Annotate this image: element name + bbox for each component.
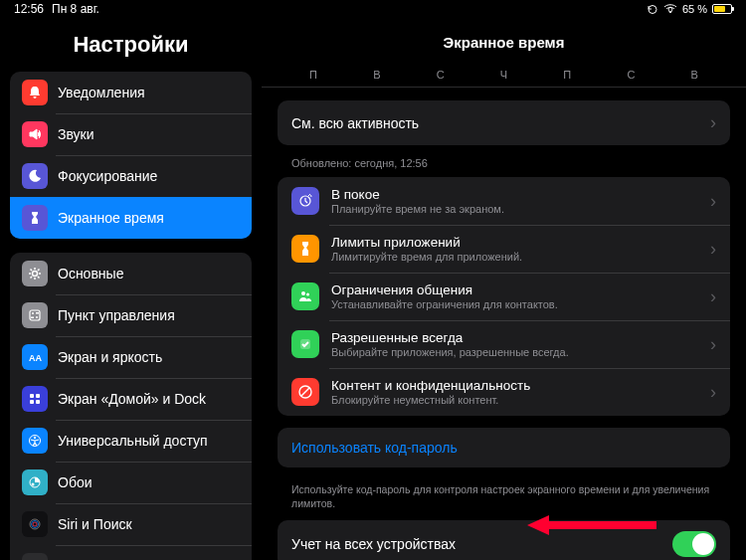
chevron-right-icon: › — [710, 382, 716, 403]
sidebar-item-label: Обои — [58, 474, 240, 490]
sidebar-item-label: Экранное время — [58, 210, 240, 226]
sidebar-item-wallpaper[interactable]: Обои — [10, 462, 252, 503]
notifications-icon — [22, 80, 48, 105]
screentime-icon — [22, 205, 48, 231]
sidebar-item-label: Экран «Домой» и Dock — [58, 391, 240, 407]
updated-text: Обновлено: сегодня, 12:56 — [262, 157, 746, 177]
svg-point-24 — [301, 291, 305, 295]
day-header: П В С Ч П С В — [262, 61, 746, 87]
content-title: Экранное время — [262, 18, 746, 61]
detail-subtitle: Блокируйте неуместный контент. — [331, 394, 710, 406]
svg-rect-11 — [30, 400, 34, 404]
sidebar-title: Настройки — [10, 18, 252, 72]
activity-label: См. всю активность — [291, 115, 419, 131]
battery-text: 65 % — [682, 3, 707, 15]
detail-subtitle: Планируйте время не за экраном. — [331, 203, 710, 215]
svg-point-14 — [34, 437, 36, 439]
pencil-icon — [22, 553, 48, 560]
detail-title: Разрешенные всегда — [331, 330, 710, 345]
display-icon: AA — [22, 344, 48, 370]
day-label: В — [691, 69, 698, 81]
sidebar-item-homescreen[interactable]: Экран «Домой» и Dock — [10, 378, 252, 420]
general-icon — [22, 261, 48, 286]
see-all-activity-row[interactable]: См. всю активность › — [278, 100, 730, 145]
status-date: Пн 8 авг. — [52, 2, 99, 16]
sidebar-item-screentime[interactable]: Экранное время — [10, 197, 252, 239]
orientation-lock-icon — [647, 4, 658, 15]
battery-icon — [712, 4, 732, 14]
sidebar-item-display[interactable]: AA Экран и яркость — [10, 336, 252, 378]
downtime-icon — [291, 187, 319, 215]
day-label: С — [627, 69, 635, 81]
day-label: В — [373, 69, 380, 81]
sidebar-item-label: Siri и Поиск — [58, 516, 240, 532]
sidebar-item-focus[interactable]: Фокусирование — [10, 155, 252, 197]
sidebar-item-label: Основные — [58, 266, 240, 281]
sidebar-item-pencil[interactable]: Apple Pencil — [10, 545, 252, 560]
contentprivacy-icon — [291, 378, 319, 406]
day-label: П — [309, 69, 317, 81]
screentime-content: Экранное время П В С Ч П С В См. всю акт… — [262, 18, 746, 560]
sidebar-item-notifications[interactable]: Уведомления — [10, 72, 252, 113]
day-label: Ч — [500, 69, 507, 81]
alwaysallowed-icon — [291, 330, 319, 358]
focus-icon — [22, 163, 48, 189]
sidebar-item-label: Уведомления — [58, 85, 240, 100]
svg-point-25 — [306, 293, 309, 296]
detail-title: Контент и конфиденциальность — [331, 378, 710, 393]
chevron-right-icon: › — [710, 112, 716, 133]
sidebar-item-general[interactable]: Основные — [10, 253, 252, 294]
svg-rect-9 — [30, 394, 34, 398]
status-bar: 12:56 Пн 8 авг. 65 % — [0, 0, 746, 18]
chevron-right-icon: › — [710, 191, 716, 212]
detail-title: В покое — [331, 187, 710, 202]
downtime-row[interactable]: В покое Планируйте время не за экраном. … — [278, 177, 730, 225]
status-time: 12:56 — [14, 2, 44, 16]
chevron-right-icon: › — [710, 286, 716, 307]
svg-point-7 — [36, 316, 38, 318]
detail-subtitle: Устанавливайте ограничения для контактов… — [331, 298, 710, 310]
share-label: Учет на всех устройствах — [291, 536, 456, 552]
wifi-icon — [663, 4, 677, 14]
content-privacy-row[interactable]: Контент и конфиденциальность Блокируйте … — [278, 368, 730, 416]
day-label: П — [563, 69, 571, 81]
sidebar-item-label: Звуки — [58, 126, 240, 142]
applimits-row[interactable]: Лимиты приложений Лимитируйте время для … — [278, 225, 730, 273]
homescreen-icon — [22, 386, 48, 412]
svg-point-16 — [32, 483, 35, 486]
svg-rect-6 — [31, 317, 34, 319]
sidebar-item-label: Экран и яркость — [58, 349, 240, 365]
svg-rect-10 — [36, 394, 40, 398]
settings-sidebar: Настройки Уведомления Звуки Фокусировани… — [0, 18, 262, 560]
svg-rect-5 — [36, 312, 39, 314]
passcode-footer-text: Используйте код-пароль для контроля наст… — [262, 479, 746, 520]
svg-point-2 — [33, 272, 38, 277]
share-across-devices-row: Учет на всех устройствах — [278, 520, 730, 560]
detail-title: Ограничения общения — [331, 282, 710, 297]
alwaysallowed-row[interactable]: Разрешенные всегда Выбирайте приложения,… — [278, 320, 730, 368]
svg-point-4 — [32, 312, 34, 314]
sidebar-item-siri[interactable]: Siri и Поиск — [10, 503, 252, 545]
sounds-icon — [22, 121, 48, 147]
svg-rect-12 — [36, 400, 40, 404]
svg-point-18 — [32, 521, 39, 528]
sidebar-item-label: Универсальный доступ — [58, 433, 240, 449]
siri-icon — [22, 511, 48, 537]
wallpaper-icon — [22, 469, 48, 495]
detail-title: Лимиты приложений — [331, 235, 710, 250]
controlcenter-icon — [22, 302, 48, 328]
use-passcode-row[interactable]: Использовать код-пароль — [278, 428, 730, 467]
chevron-right-icon: › — [710, 334, 716, 355]
sidebar-item-label: Пункт управления — [58, 307, 240, 323]
sidebar-item-accessibility[interactable]: Универсальный доступ — [10, 420, 252, 462]
sidebar-item-controlcenter[interactable]: Пункт управления — [10, 294, 252, 336]
svg-rect-3 — [30, 310, 40, 320]
detail-subtitle: Выбирайте приложения, разрешенные всегда… — [331, 346, 710, 358]
day-label: С — [437, 69, 445, 81]
share-toggle[interactable] — [672, 531, 716, 557]
svg-point-1 — [669, 11, 671, 13]
sidebar-item-label: Фокусирование — [58, 168, 240, 184]
communication-row[interactable]: Ограничения общения Устанавливайте огран… — [278, 273, 730, 320]
svg-line-28 — [301, 388, 309, 396]
sidebar-item-sounds[interactable]: Звуки — [10, 113, 252, 155]
